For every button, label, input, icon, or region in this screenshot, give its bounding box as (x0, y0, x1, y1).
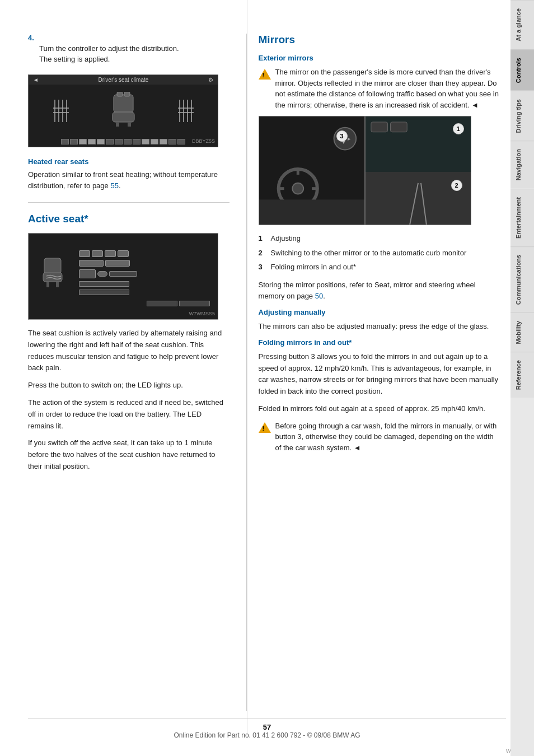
footer-text: Online Edition for Part no. 01 41 2 600 … (174, 731, 360, 739)
active-seat-para3: The action of the system is reduced and … (28, 397, 229, 432)
folding-warning-icon (259, 422, 271, 434)
cb6 (106, 139, 114, 144)
folding-mirrors-warning-box: Before going through a car wash, fold th… (259, 421, 499, 454)
climate-settings-icon: ⚙ (208, 77, 213, 83)
exterior-mirrors-heading: Exterior mirrors (259, 54, 499, 62)
mirrors-heading: Mirrors (259, 34, 499, 46)
mirror-badge-1: 1 (453, 123, 464, 134)
cb14 (177, 139, 185, 144)
folding-mirrors-text2: Folded in mirrors fold out again at a sp… (259, 403, 499, 415)
mirror-panel-right: 1 2 (364, 116, 471, 225)
sidebar: At a glance Controls Driving tips Naviga… (510, 0, 534, 756)
cb9 (133, 139, 140, 144)
mirror-item-1: 1 Adjusting (259, 233, 499, 244)
active-seat-para4: If you switch off the active seat, it ca… (28, 437, 229, 472)
heated-rear-seats-pageref[interactable]: 55 (110, 181, 118, 190)
mirror-item-2: 2 Switching to the other mirror or to th… (259, 248, 499, 259)
mirror-numbered-list: 1 Adjusting 2 Switching to the other mir… (259, 233, 499, 273)
adjusting-manually-heading: Adjusting manually (259, 308, 499, 316)
climate-header: ◄ Driver's seat climate ⚙ (29, 75, 218, 85)
svg-rect-11 (124, 92, 130, 96)
cb12 (160, 139, 167, 144)
image-watermark: DBBYZ5S (192, 138, 215, 144)
cb13 (168, 139, 176, 144)
svg-rect-18 (44, 258, 61, 274)
sidebar-tab-entertainment[interactable]: Entertainment (510, 189, 534, 246)
section-divider (28, 202, 229, 203)
cb5 (97, 139, 105, 144)
cb7 (115, 139, 123, 144)
left-column: 4. Turn the controller to adjust the dis… (0, 0, 246, 734)
page-number: 57 (263, 723, 271, 731)
cb3 (79, 139, 87, 144)
cb2 (70, 139, 78, 144)
mirror-badge-3: 3 (336, 130, 348, 142)
left-vent-controls (50, 97, 72, 125)
cb8 (124, 139, 132, 144)
svg-rect-8 (116, 122, 119, 127)
mirror-diagram-image: ▲ ▼ ◄ ► 3 (259, 116, 471, 225)
heated-rear-seats-text: Operation similar to front seat heating;… (28, 169, 229, 191)
climate-bottom-controls (29, 137, 218, 147)
warning-triangle-icon (259, 69, 271, 80)
step4-number: 4. (28, 34, 229, 42)
mirror-store-pageref[interactable]: 50 (315, 292, 323, 300)
cb1 (61, 139, 69, 144)
page-container: 4. Turn the controller to adjust the dis… (0, 0, 534, 756)
active-seat-heading: Active seat* (28, 213, 229, 225)
right-column: Mirrors Exterior mirrors The mirror on t… (247, 0, 510, 734)
svg-rect-21 (56, 282, 59, 287)
sidebar-tab-driving-tips[interactable]: Driving tips (510, 91, 534, 141)
folding-mirrors-warning-text: Before going through a car wash, fold th… (275, 421, 499, 454)
step4-text: Turn the controller to adjust the distri… (39, 44, 229, 53)
mirror-badge-2: 2 (451, 180, 462, 191)
right-vent-controls (175, 97, 196, 125)
folding-mirrors-text1: Pressing button 3 allows you to fold the… (259, 351, 499, 398)
sidebar-tab-mobility[interactable]: Mobility (510, 312, 534, 352)
mirror-store-text: Storing the mirror positions, refer to S… (259, 279, 499, 303)
cb11 (151, 139, 158, 144)
sidebar-tab-communications[interactable]: Communications (510, 246, 534, 312)
svg-rect-10 (117, 92, 123, 96)
page-footer: 57 Online Edition for Part no. 01 41 2 6… (28, 718, 506, 739)
svg-rect-29 (259, 199, 364, 225)
climate-display-image: ◄ Driver's seat climate ⚙ (28, 74, 218, 147)
heated-rear-seats-section: Heated rear seats Operation similar to f… (28, 157, 229, 191)
climate-body (29, 85, 218, 137)
step4-section: 4. Turn the controller to adjust the dis… (28, 34, 229, 63)
active-seat-controls (79, 250, 207, 295)
sidebar-tab-at-a-glance[interactable]: At a glance (510, 0, 534, 49)
active-seat-section: Active seat* (28, 213, 229, 473)
climate-left-arrow: ◄ (33, 77, 39, 83)
svg-point-24 (292, 183, 303, 194)
seat-center-icon (108, 92, 139, 130)
svg-rect-7 (113, 112, 134, 122)
sidebar-tab-controls[interactable]: Controls (510, 49, 534, 91)
cb10 (142, 139, 149, 144)
active-seat-watermark: W7WMSS5 (189, 311, 215, 316)
svg-rect-41 (390, 122, 407, 132)
svg-rect-40 (371, 122, 387, 132)
mirror-item-3: 3 Folding mirrors in and out* (259, 262, 499, 273)
folding-mirrors-heading: Folding mirrors in and out* (259, 338, 499, 347)
adjusting-manually-text: The mirrors can also be adjusted manuall… (259, 321, 499, 333)
svg-rect-20 (46, 282, 49, 287)
cb4 (88, 139, 96, 144)
active-seat-para1: The seat cushion is actively varied by a… (28, 328, 229, 374)
sidebar-tab-navigation[interactable]: Navigation (510, 141, 534, 188)
svg-rect-19 (43, 273, 62, 282)
sidebar-tab-reference[interactable]: Reference (510, 352, 534, 398)
svg-rect-9 (128, 122, 131, 127)
exterior-mirrors-warning-text: The mirror on the passenger's side is mo… (275, 67, 499, 110)
seat-lower-row (29, 300, 218, 307)
svg-rect-6 (114, 95, 133, 113)
folding-warning-triangle-icon (259, 422, 271, 433)
step4-applied: The setting is applied. (39, 55, 229, 63)
climate-title: Driver's seat climate (99, 77, 149, 83)
active-seat-icon (40, 254, 68, 292)
exterior-mirrors-warning-box: The mirror on the passenger's side is mo… (259, 67, 499, 110)
heated-rear-seats-heading: Heated rear seats (28, 157, 229, 166)
active-seat-image: W7WMSS5 (28, 233, 218, 320)
main-content: 4. Turn the controller to adjust the dis… (0, 0, 510, 756)
active-seat-para2: Press the button to switch on; the LED l… (28, 380, 229, 391)
